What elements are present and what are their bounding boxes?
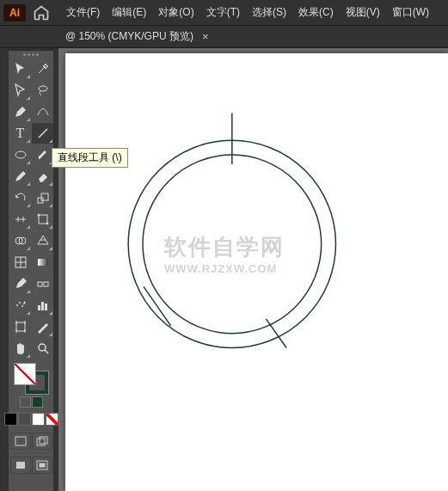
swap-fill-stroke-icon[interactable] (20, 396, 31, 408)
screen-mode-normal[interactable] (10, 457, 31, 474)
canvas-area[interactable]: 软件自学网 WWW.RJZXW.COM (58, 48, 448, 491)
svg-point-21 (39, 344, 46, 351)
svg-point-28 (128, 140, 335, 347)
eyedropper-tool[interactable] (9, 273, 31, 294)
pen-tool[interactable] (9, 101, 31, 122)
svg-rect-5 (39, 215, 47, 224)
color-swatch-section (9, 359, 53, 477)
svg-rect-11 (38, 259, 48, 266)
menu-select[interactable]: 选择(S) (246, 5, 292, 20)
close-tab-icon[interactable]: × (202, 30, 209, 43)
svg-point-2 (15, 151, 26, 158)
color-chip-none[interactable] (46, 413, 58, 426)
menu-effect[interactable]: 效果(C) (292, 5, 340, 20)
type-tool[interactable]: T (9, 123, 31, 144)
svg-point-29 (143, 155, 322, 334)
svg-point-0 (39, 86, 47, 91)
mesh-tool[interactable] (9, 252, 31, 273)
line-segment-tool[interactable] (32, 123, 53, 144)
tools-panel: T (9, 50, 53, 491)
artwork-drawing (65, 53, 448, 491)
magic-wand-tool[interactable] (32, 58, 53, 79)
menu-bar: Ai 文件(F) 编辑(E) 对象(O) 文字(T) 选择(S) 效果(C) 视… (0, 0, 448, 26)
color-chip-gray[interactable] (18, 413, 31, 426)
rotate-tool[interactable] (9, 187, 31, 208)
default-fill-stroke-icon[interactable] (32, 396, 43, 408)
paintbrush-tool[interactable] (32, 144, 53, 165)
gradient-tool[interactable] (32, 252, 53, 273)
menu-type[interactable]: 文字(T) (200, 5, 246, 20)
color-chip-black[interactable] (4, 413, 17, 426)
svg-line-1 (39, 129, 47, 138)
eraser-tool[interactable] (32, 166, 53, 187)
column-graph-tool[interactable] (32, 295, 53, 316)
app-logo: Ai (3, 4, 26, 21)
menu-view[interactable]: 视图(V) (340, 5, 386, 20)
svg-point-16 (21, 305, 23, 307)
menu-object[interactable]: 对象(O) (152, 5, 199, 20)
svg-rect-25 (16, 462, 25, 469)
svg-rect-13 (44, 282, 48, 286)
lasso-tool[interactable] (32, 80, 53, 101)
blend-tool[interactable] (32, 273, 53, 294)
svg-point-6 (38, 214, 40, 216)
svg-rect-12 (38, 282, 42, 286)
pencil-tool[interactable] (9, 166, 31, 187)
svg-rect-23 (37, 439, 45, 445)
menu-file[interactable]: 文件(F) (60, 5, 106, 20)
perspective-grid-tool[interactable] (32, 230, 53, 251)
color-chip-white[interactable] (32, 413, 45, 426)
artboard[interactable]: 软件自学网 WWW.RJZXW.COM (65, 53, 448, 491)
ellipse-tool[interactable] (9, 144, 31, 165)
document-title: @ 150% (CMYK/GPU 预览) (65, 29, 193, 44)
draw-behind-mode[interactable] (32, 433, 52, 450)
svg-point-7 (46, 223, 48, 224)
workspace: T (0, 48, 448, 491)
tool-tooltip: 直线段工具 (\) (52, 148, 128, 168)
document-tab-bar: @ 150% (CMYK/GPU 预览) × (0, 26, 448, 48)
scale-tool[interactable] (32, 187, 53, 208)
svg-rect-27 (40, 463, 45, 467)
menu-window[interactable]: 窗口(W) (386, 5, 435, 20)
draw-normal-mode[interactable] (10, 433, 31, 450)
direct-selection-tool[interactable] (9, 80, 31, 101)
svg-rect-24 (40, 437, 47, 444)
slice-tool[interactable] (32, 316, 53, 337)
symbol-sprayer-tool[interactable] (9, 295, 31, 316)
screen-mode-full[interactable] (32, 457, 52, 474)
svg-rect-4 (41, 193, 48, 200)
menu-edit[interactable]: 编辑(E) (106, 5, 152, 20)
curvature-tool[interactable] (32, 101, 53, 122)
document-tab[interactable]: @ 150% (CMYK/GPU 预览) × (65, 29, 208, 44)
panel-grip[interactable] (9, 51, 53, 58)
svg-rect-22 (15, 437, 26, 445)
svg-rect-20 (16, 322, 25, 331)
fill-stroke-indicator[interactable] (14, 363, 48, 394)
fill-swatch[interactable] (14, 363, 36, 385)
svg-point-15 (19, 302, 21, 304)
svg-line-32 (266, 319, 286, 348)
zoom-tool[interactable] (32, 338, 53, 359)
width-tool[interactable] (9, 209, 31, 230)
svg-rect-18 (41, 302, 44, 310)
shape-builder-tool[interactable] (9, 230, 31, 251)
artboard-tool[interactable] (9, 316, 31, 337)
selection-tool[interactable] (9, 58, 31, 79)
svg-rect-17 (38, 305, 40, 310)
home-icon[interactable] (33, 4, 50, 21)
hand-tool[interactable] (9, 338, 31, 359)
free-transform-tool[interactable] (32, 209, 53, 230)
svg-point-14 (16, 304, 18, 306)
svg-rect-19 (45, 304, 47, 310)
